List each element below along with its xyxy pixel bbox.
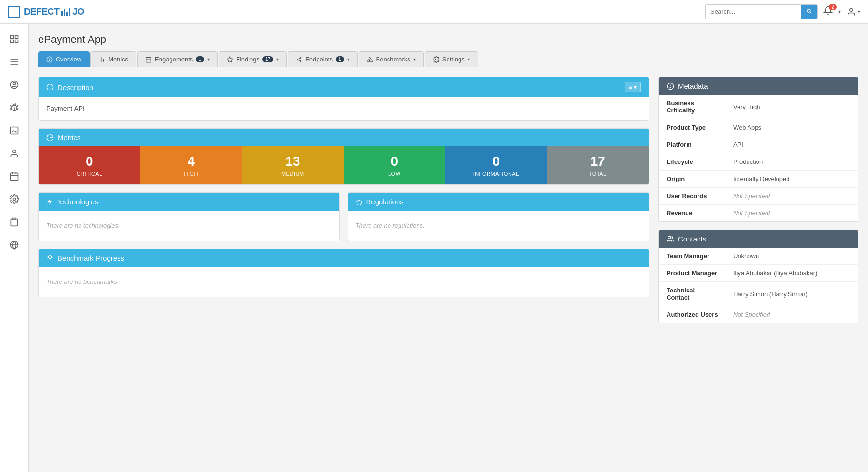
endpoints-icon	[296, 56, 302, 63]
tab-endpoints[interactable]: Endpoints 1 ▾	[288, 51, 357, 67]
contacts-value-product-manager: Iliya Abubakar (Iliya.Abubakar)	[726, 265, 858, 282]
regulations-header-title: Regulations	[356, 198, 404, 206]
sidebar-item-dashboard[interactable]	[2, 29, 26, 50]
tech-reg-row: Technologies There are no technologies.	[38, 192, 649, 241]
svg-point-31	[300, 60, 301, 61]
search-input[interactable]	[706, 5, 801, 18]
metric-high[interactable]: 4 HIGH	[140, 146, 242, 184]
technologies-card: Technologies There are no technologies.	[38, 192, 340, 241]
dashboard-icon	[10, 34, 19, 44]
metric-medium[interactable]: 13 MEDIUM	[242, 146, 344, 184]
bolt-icon	[46, 199, 53, 205]
metadata-table: Business Criticality Very High Product T…	[659, 95, 858, 221]
metric-low-label: LOW	[388, 171, 401, 177]
sidebar-item-person[interactable]	[2, 143, 26, 164]
recycle-icon	[356, 199, 362, 205]
benchmark-empty-text: There are no benchmarks	[46, 274, 641, 289]
tab-benchmarks-label: Benchmarks	[376, 56, 410, 63]
contacts-value-technical-contact: Harry Simon (Harry.Simon)	[726, 282, 858, 306]
technologies-empty-text: There are no technologies.	[46, 218, 332, 233]
pie-chart-icon	[46, 134, 54, 141]
contacts-row-product-manager: Product Manager Iliya Abubakar (Iliya.Ab…	[659, 265, 858, 282]
tab-engagements[interactable]: Engagements 1 ▾	[137, 51, 218, 67]
notification-button[interactable]: 2	[823, 6, 833, 18]
benchmark-card-header: Benchmark Progress	[39, 249, 649, 267]
metric-critical-label: CRITICAL	[77, 171, 102, 177]
technologies-body: There are no technologies.	[39, 211, 339, 241]
sidebar-item-chart[interactable]	[2, 120, 26, 141]
metadata-row-business-criticality: Business Criticality Very High	[659, 95, 858, 119]
lines-icon: ≡	[629, 84, 632, 90]
sidebar-item-list[interactable]	[2, 51, 26, 72]
contacts-label-authorized-users: Authorized Users	[659, 306, 726, 323]
svg-rect-0	[10, 36, 13, 39]
metadata-row-origin: Origin Internally Developed	[659, 171, 858, 188]
metric-total-value: 17	[590, 154, 605, 169]
metric-informational[interactable]: 0 INFORMATIONAL	[445, 146, 547, 184]
metric-medium-label: MEDIUM	[281, 171, 304, 177]
navbar: DEFECT JO 2 ▾ ▾	[0, 0, 868, 24]
svg-line-33	[299, 60, 300, 60]
tab-endpoints-label: Endpoints	[305, 56, 333, 63]
search-icon	[806, 8, 812, 14]
tab-findings[interactable]: Findings 17 ▾	[219, 51, 287, 67]
chevron-down-icon: ▾	[634, 84, 637, 90]
tab-settings-icon	[433, 56, 439, 63]
scale-icon	[46, 254, 54, 262]
notification-badge: 2	[829, 4, 837, 10]
search-button[interactable]	[801, 5, 817, 19]
tab-bar: Overview Metrics Engagements 1 ▾ Finding…	[38, 51, 858, 67]
overview-icon	[46, 56, 53, 63]
sidebar-item-globe[interactable]	[2, 234, 26, 255]
sidebar-item-settings[interactable]	[2, 189, 26, 210]
svg-marker-28	[227, 57, 233, 62]
metadata-row-lifecycle: Lifecycle Production	[659, 153, 858, 171]
tab-settings[interactable]: Settings ▾	[425, 51, 478, 67]
tab-settings-label: Settings	[442, 56, 465, 63]
metrics-card: Metrics 0 CRITICAL 4 HIGH 13 MEDIUM	[38, 128, 649, 185]
tab-overview[interactable]: Overview	[38, 51, 90, 67]
calendar-icon	[10, 171, 19, 181]
tab-endpoints-badge: 1	[336, 56, 344, 62]
sidebar-item-clipboard[interactable]	[2, 211, 26, 232]
tab-engagements-dropdown-icon: ▾	[207, 57, 210, 62]
metric-total-label: TOTAL	[589, 171, 607, 177]
metric-total[interactable]: 17 TOTAL	[547, 146, 649, 184]
metadata-row-product-type: Product Type Web Apps	[659, 119, 858, 136]
svg-point-35	[369, 60, 370, 60]
metadata-header: Metadata	[659, 77, 858, 95]
tab-benchmarks[interactable]: Benchmarks ▾	[359, 51, 424, 67]
content-left: Description ≡ ▾ Payment API	[38, 77, 649, 323]
metric-critical[interactable]: 0 CRITICAL	[39, 146, 140, 184]
description-header-actions: ≡ ▾	[625, 82, 641, 92]
contacts-table: Team Manager Unknown Product Manager Ili…	[659, 248, 858, 323]
metrics-card-header: Metrics	[39, 129, 649, 146]
sidebar-item-calendar[interactable]	[2, 166, 26, 187]
technologies-header: Technologies	[39, 193, 339, 211]
metadata-label-origin: Origin	[659, 171, 726, 188]
metric-low-value: 0	[390, 154, 398, 169]
tab-metrics[interactable]: Metrics	[90, 51, 136, 67]
sidebar-item-bugs[interactable]	[2, 97, 26, 118]
content-area: Description ≡ ▾ Payment API	[38, 77, 858, 323]
contacts-icon	[667, 235, 674, 243]
description-action-button[interactable]: ≡ ▾	[625, 82, 641, 92]
metric-informational-label: INFORMATIONAL	[473, 171, 519, 177]
description-title: Description	[58, 83, 93, 91]
metadata-value-revenue: Not Specified	[726, 205, 858, 222]
page-title: ePayment App	[38, 33, 858, 46]
metric-low[interactable]: 0 LOW	[344, 146, 446, 184]
metadata-row-revenue: Revenue Not Specified	[659, 205, 858, 222]
metadata-card: Metadata Business Criticality Very High …	[658, 77, 858, 222]
tab-metrics-label: Metrics	[108, 56, 128, 63]
contacts-card: Contacts Team Manager Unknown Product Ma…	[658, 230, 858, 323]
metadata-row-platform: Platform API	[659, 136, 858, 153]
user-menu-button[interactable]: ▾	[847, 7, 860, 17]
contacts-label-team-manager: Team Manager	[659, 248, 726, 265]
search-box	[705, 4, 818, 19]
metadata-value-origin: Internally Developed	[726, 171, 858, 188]
brand-logo[interactable]: DEFECT JO	[8, 6, 84, 18]
metadata-value-business-criticality: Very High	[726, 95, 858, 119]
svg-marker-40	[47, 199, 52, 205]
sidebar-item-profile[interactable]	[2, 74, 26, 95]
